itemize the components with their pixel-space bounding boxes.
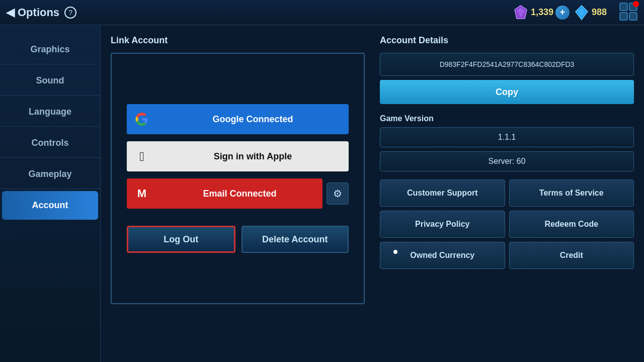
- blue-diamond-icon: [574, 5, 590, 21]
- gear-icon: ⚙: [333, 188, 342, 200]
- svg-rect-4: [620, 3, 627, 11]
- link-account-box: Google Connected  Sign in with Apple M: [111, 53, 365, 304]
- server-value: Server: 60: [380, 151, 634, 171]
- logout-button[interactable]: Log Out: [127, 226, 235, 253]
- terms-of-service-button[interactable]: Terms of Service: [509, 179, 634, 207]
- main-layout: Graphics Sound Language Controls Gamepla…: [0, 25, 644, 362]
- sidebar-item-controls[interactable]: Controls: [0, 129, 100, 158]
- account-details-section: Account Details D983F2F4FD2541A2977C8364…: [380, 35, 634, 104]
- credit-button[interactable]: Credit: [509, 242, 634, 269]
- sidebar-item-gameplay[interactable]: Gameplay: [0, 160, 100, 189]
- game-version-label: Game Version: [380, 114, 634, 123]
- privacy-policy-button[interactable]: Privacy Policy: [380, 211, 505, 238]
- redeem-code-button[interactable]: Redeem Code: [509, 211, 634, 238]
- email-button-label: Email Connected: [157, 189, 323, 199]
- apple-icon: : [127, 141, 157, 171]
- help-label: ?: [68, 9, 72, 17]
- delete-account-button[interactable]: Delete Account: [242, 226, 349, 253]
- google-icon: [127, 104, 157, 134]
- support-buttons-grid: Customer Support Terms of Service Privac…: [380, 179, 634, 269]
- sidebar-item-sound[interactable]: Sound: [0, 66, 100, 96]
- version-value: 1.1.1: [380, 127, 634, 147]
- back-button[interactable]: ◀: [6, 6, 15, 19]
- svg-rect-7: [629, 13, 637, 20]
- account-id-box: D983F2F4FD2541A2977C8364C802DFD3: [380, 53, 634, 76]
- currency-1-item: 1,339 +: [513, 5, 570, 21]
- header-currencies: 1,339 + 988: [513, 2, 638, 23]
- account-details-title: Account Details: [380, 35, 634, 46]
- sidebar-item-account[interactable]: Account: [2, 191, 98, 220]
- link-account-title: Link Account: [111, 35, 365, 46]
- apple-button-label: Sign in with Apple: [157, 151, 349, 162]
- account-details-panel: Account Details D983F2F4FD2541A2977C8364…: [380, 35, 634, 352]
- header: ◀ Options ? 1,339 + 988: [0, 0, 644, 25]
- sidebar: Graphics Sound Language Controls Gamepla…: [0, 25, 101, 362]
- help-button[interactable]: ?: [64, 7, 76, 19]
- action-row: Log Out Delete Account: [127, 226, 349, 253]
- grid-menu-container: [615, 2, 638, 23]
- owned-currency-button[interactable]: Owned Currency: [380, 242, 505, 269]
- currency-2-item: 988: [574, 5, 607, 21]
- back-arrow-icon: ◀: [6, 6, 15, 19]
- google-auth-button[interactable]: Google Connected: [127, 104, 349, 134]
- email-icon: M: [127, 178, 157, 209]
- sidebar-item-language[interactable]: Language: [0, 98, 100, 127]
- notification-dot: [633, 1, 639, 7]
- content-area: Link Account Google Connected: [101, 25, 644, 362]
- account-id-value: D983F2F4FD2541A2977C8364C802DFD3: [440, 60, 575, 68]
- svg-rect-6: [620, 13, 627, 20]
- email-auth-button[interactable]: M Email Connected: [127, 178, 323, 209]
- customer-support-button[interactable]: Customer Support: [380, 179, 505, 207]
- currency-2-value: 988: [592, 7, 607, 18]
- currency-1-plus-button[interactable]: +: [555, 6, 570, 20]
- page-title: Options: [18, 6, 59, 19]
- apple-auth-button[interactable]:  Sign in with Apple: [127, 141, 349, 171]
- email-settings-button[interactable]: ⚙: [327, 183, 349, 205]
- purple-gem-icon: [513, 5, 529, 21]
- google-button-label: Google Connected: [157, 114, 349, 125]
- currency-1-value: 1,339: [531, 7, 553, 18]
- link-account-panel: Link Account Google Connected: [111, 35, 365, 352]
- email-row: M Email Connected ⚙: [127, 178, 349, 209]
- copy-button[interactable]: Copy: [380, 80, 634, 104]
- sidebar-item-graphics[interactable]: Graphics: [0, 35, 100, 64]
